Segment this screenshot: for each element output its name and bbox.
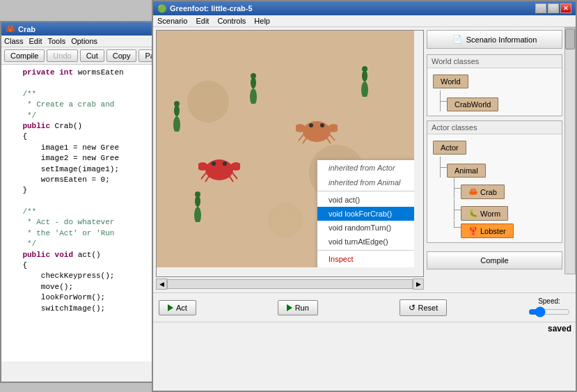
run-label: Run	[295, 304, 309, 312]
act-label: Act	[176, 304, 187, 312]
copy-button[interactable]: Copy	[106, 49, 137, 62]
animal-tree-row: Animal	[433, 157, 556, 178]
code-line: */	[4, 111, 149, 121]
code-line: lookForWorm();	[4, 292, 149, 303]
scenario-info-button[interactable]: 📄 Scenario Information	[427, 30, 562, 49]
worm-class-label: Worm	[480, 210, 500, 218]
undo-button[interactable]: Undo	[47, 49, 77, 62]
horizontal-scrollbar-track[interactable]	[167, 279, 413, 289]
actor-classes-panel: Actor classes Actor Animal	[427, 120, 562, 243]
compile-button-right[interactable]: Compile	[427, 251, 562, 269]
ctx-inherited-actor[interactable]: inherited from Actor ▶	[317, 160, 414, 175]
code-area[interactable]: private int wormsEaten /** * Create a cr…	[1, 65, 152, 361]
vertical-scrollbar[interactable]	[564, 27, 576, 274]
cut-button[interactable]: Cut	[80, 49, 104, 62]
code-line: private int wormsEaten	[4, 68, 149, 78]
crab-tree-row: 🦀 Crab	[433, 178, 556, 199]
code-line: checkKeypress();	[4, 271, 149, 281]
menu-edit[interactable]: Edit	[29, 37, 42, 45]
compile-button[interactable]: Compile	[4, 49, 45, 62]
code-window-titlebar: 🦀 Crab	[1, 22, 152, 36]
ctx-void-randomturn[interactable]: void randomTurn()	[317, 221, 414, 235]
svg-point-24	[212, 162, 216, 166]
close-button[interactable]: ✕	[560, 3, 571, 13]
greenfoot-menu: Scenario Edit Controls Help	[153, 15, 576, 27]
menu-options[interactable]: Options	[71, 37, 97, 45]
svg-point-4	[174, 105, 180, 116]
ctx-remove[interactable]: Remove	[317, 266, 414, 267]
ctx-void-turnatedge[interactable]: void turnAtEdge()	[317, 235, 414, 249]
world-canvas[interactable]: inherited from Actor ▶ inherited from An…	[157, 31, 414, 267]
worm-tree-row: 🐛 Worm	[433, 199, 556, 221]
act-play-icon	[168, 304, 173, 311]
context-menu: inherited from Actor ▶ inherited from An…	[317, 159, 414, 267]
svg-point-0	[250, 88, 257, 104]
code-line: public Crab()	[4, 121, 149, 132]
ctx-void-lookforcrab[interactable]: void lookForCrab()	[317, 207, 414, 221]
ctx-inspect[interactable]: Inspect	[317, 252, 414, 266]
worm-class-box[interactable]: 🐛 Worm	[461, 206, 508, 221]
code-line: */	[4, 239, 149, 249]
actor-class-box[interactable]: Actor	[433, 141, 466, 155]
crab-class-box[interactable]: 🦀 Crab	[461, 185, 505, 199]
code-line: public void act()	[4, 250, 149, 260]
speed-slider[interactable]	[528, 306, 570, 317]
svg-point-25	[223, 162, 227, 166]
code-line: move();	[4, 282, 149, 292]
world-class-box[interactable]: World	[433, 75, 468, 88]
ctx-void-act[interactable]: void act()	[317, 193, 414, 207]
svg-point-5	[174, 101, 180, 107]
menu-help[interactable]: Help	[254, 17, 270, 25]
lobster-tree-row: 🦞 Lobster	[433, 221, 556, 238]
title-buttons: _ □ ✕	[535, 3, 571, 13]
code-line	[4, 78, 149, 88]
worm-class-icon: 🐛	[468, 209, 478, 218]
svg-point-21	[205, 159, 233, 180]
lobster-class-label: Lobster	[480, 227, 506, 235]
minimize-button[interactable]: _	[535, 3, 546, 13]
ctx-inherited-animal[interactable]: inherited from Animal ▶	[317, 175, 414, 189]
svg-point-3	[173, 116, 180, 132]
code-line: * the 'Act' or 'Run	[4, 228, 149, 239]
greenfoot-status-bar: saved	[153, 322, 576, 335]
code-line: {	[4, 132, 149, 142]
greenfoot-icon: 🟢	[157, 4, 167, 13]
crabworld-class-box[interactable]: CrabWorld	[447, 97, 498, 111]
code-line: image1 = new Gree	[4, 143, 149, 153]
menu-tools[interactable]: Tools	[47, 37, 65, 45]
code-toolbar: Compile Undo Cut Copy Paste	[1, 47, 152, 65]
lobster-class-icon: 🦞	[468, 226, 478, 235]
menu-scenario[interactable]: Scenario	[157, 17, 187, 25]
menu-controls[interactable]: Controls	[217, 17, 246, 25]
crab-sprite-2	[198, 152, 240, 184]
menu-edit[interactable]: Edit	[196, 17, 209, 25]
code-line: }	[4, 185, 149, 196]
world-canvas-container[interactable]: inherited from Actor ▶ inherited from An…	[156, 30, 424, 277]
world-classes-panel: World classes World CrabWorld	[427, 54, 562, 116]
scenario-info-label: Scenario Information	[466, 36, 537, 44]
worm-sprite-3	[191, 191, 204, 222]
act-button[interactable]: Act	[159, 300, 196, 315]
code-line: /**	[4, 89, 149, 100]
maximize-button[interactable]: □	[548, 3, 559, 13]
menu-class[interactable]: Class	[4, 37, 24, 45]
worm-sprite-4	[358, 65, 371, 97]
scroll-left-button[interactable]: ◀	[156, 279, 167, 290]
svg-line-19	[329, 134, 335, 141]
svg-point-6	[194, 207, 201, 222]
svg-point-8	[195, 191, 200, 197]
lobster-class-box[interactable]: 🦞 Lobster	[461, 224, 514, 238]
scroll-right-button[interactable]: ▶	[413, 279, 424, 290]
code-line: setImage(image1);	[4, 164, 149, 175]
reset-button[interactable]: ↺ Reset	[400, 299, 448, 316]
code-editor-window: 🦀 Crab Class Edit Tools Options Compile …	[0, 21, 153, 383]
ctx-separator-1	[317, 191, 414, 191]
code-line: switchImage();	[4, 304, 149, 314]
right-panel: 📄 Scenario Information World classes Wor…	[427, 30, 562, 290]
crabworld-tree-row: CrabWorld	[433, 91, 556, 111]
ctx-separator-2	[317, 250, 414, 251]
canvas-section: inherited from Actor ▶ inherited from An…	[156, 30, 424, 290]
run-button[interactable]: Run	[278, 300, 318, 315]
animal-class-box[interactable]: Animal	[447, 164, 486, 178]
code-line: /**	[4, 207, 149, 217]
